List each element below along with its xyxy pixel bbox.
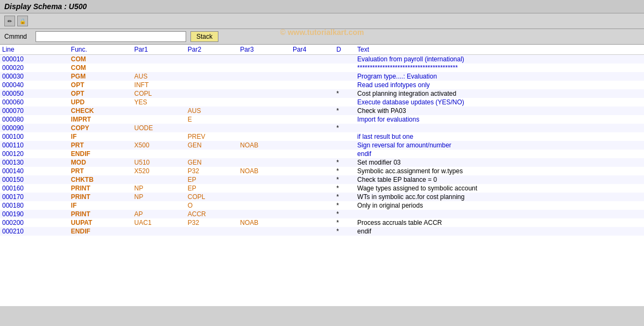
col-header-par2: Par2	[186, 45, 238, 55]
cell-par3	[238, 175, 291, 184]
table-body: 000010COMEvaluation from payroll (intern…	[0, 55, 644, 236]
cell-func: IF	[69, 132, 132, 141]
cell-par4	[291, 158, 334, 167]
cell-text: Only in original periods	[355, 201, 644, 210]
cell-par2: P32	[186, 218, 238, 227]
toolbar: ✏ 🔒 © www.tutorialkart.com	[0, 13, 644, 29]
cell-line: 000030	[0, 72, 69, 81]
table-row: 000040OPTINFTRead used infotypes only	[0, 81, 644, 89]
cell-d: *	[334, 193, 355, 201]
cell-par3	[238, 107, 291, 115]
cell-par4	[291, 132, 334, 141]
cell-text: WTs in symbolic acc.for cost planning	[355, 193, 644, 201]
table-row: 000130MODU510GEN*Set modifier 03	[0, 158, 644, 167]
cell-par2	[186, 72, 238, 81]
cell-par1: UODE	[132, 124, 186, 132]
cell-d	[334, 115, 355, 124]
cell-func: OPT	[69, 81, 132, 89]
cell-d: *	[334, 124, 355, 132]
cell-d: *	[334, 175, 355, 184]
cell-func: PGM	[69, 72, 132, 81]
table-row: 000010COMEvaluation from payroll (intern…	[0, 55, 644, 64]
cell-par4	[291, 72, 334, 81]
cell-par4	[291, 218, 334, 227]
cell-func: COPY	[69, 124, 132, 132]
cell-d: *	[334, 218, 355, 227]
cell-par2: EP	[186, 175, 238, 184]
table-row: 000210ENDIF*endif	[0, 227, 644, 236]
cell-par2	[186, 89, 238, 98]
cell-par1	[132, 63, 186, 72]
cell-line: 000040	[0, 81, 69, 89]
cell-text: if last result but one	[355, 132, 644, 141]
cell-line: 000100	[0, 132, 69, 141]
cell-d	[334, 72, 355, 81]
table-header-row: Line Func. Par1 Par2 Par3 Par4 D Text	[0, 45, 644, 55]
cell-par1	[132, 115, 186, 124]
cell-func: UUPAT	[69, 218, 132, 227]
cell-par4	[291, 210, 334, 218]
table-row: 000160PRINTNPEP*Wage types assigned to s…	[0, 184, 644, 193]
cell-par3	[238, 115, 291, 124]
cell-func: UPD	[69, 98, 132, 107]
cell-d	[334, 141, 355, 150]
cell-par2: O	[186, 201, 238, 210]
cell-par3	[238, 184, 291, 193]
table-row: 000180IFO*Only in original periods	[0, 201, 644, 210]
lock-icon[interactable]: 🔒	[17, 16, 28, 26]
col-header-line: Line	[0, 45, 69, 55]
cell-par1: NP	[132, 184, 186, 193]
cell-text: Symbolic acc.assignment for w.types	[355, 167, 644, 175]
cell-d: *	[334, 167, 355, 175]
cell-par1	[132, 175, 186, 184]
table-row: 000030PGMAUSProgram type....: Evaluation	[0, 72, 644, 81]
cell-line: 000120	[0, 150, 69, 158]
cell-par3	[238, 193, 291, 201]
cell-par2: AUS	[186, 107, 238, 115]
table-row: 000190PRINTAPACCR*	[0, 210, 644, 218]
cell-par3	[238, 98, 291, 107]
cell-line: 000160	[0, 184, 69, 193]
cell-func: COM	[69, 63, 132, 72]
cell-par3	[238, 158, 291, 167]
cell-par1: INFT	[132, 81, 186, 89]
table-row: 000050OPTCOPL*Cost planning integration …	[0, 89, 644, 98]
command-input[interactable]	[36, 31, 186, 42]
pencil-icon[interactable]: ✏	[4, 16, 15, 26]
content-area: Line Func. Par1 Par2 Par3 Par4 D Text 00…	[0, 45, 644, 306]
cell-par1	[132, 107, 186, 115]
cell-par1: X500	[132, 141, 186, 150]
cell-func: ENDIF	[69, 150, 132, 158]
cell-par2	[186, 63, 238, 72]
cell-d: *	[334, 227, 355, 236]
cell-par1: X520	[132, 167, 186, 175]
col-header-par3: Par3	[238, 45, 291, 55]
table-row: 000020COM*******************************…	[0, 63, 644, 72]
cell-func: PRT	[69, 167, 132, 175]
cell-line: 000180	[0, 201, 69, 210]
cell-func: OPT	[69, 89, 132, 98]
cell-par3	[238, 227, 291, 236]
cell-d	[334, 55, 355, 64]
cell-par4	[291, 201, 334, 210]
cell-par4	[291, 141, 334, 150]
cell-par3: NOAB	[238, 141, 291, 150]
cell-par2: GEN	[186, 141, 238, 150]
cell-d	[334, 150, 355, 158]
cell-text: Check with PA03	[355, 107, 644, 115]
cell-d	[334, 81, 355, 89]
cell-text: Cost planning integration activated	[355, 89, 644, 98]
col-header-func: Func.	[69, 45, 132, 55]
col-header-d: D	[334, 45, 355, 55]
stack-button[interactable]: Stack	[190, 31, 218, 42]
cell-par1: NP	[132, 193, 186, 201]
cell-text: endif	[355, 150, 644, 158]
cell-par3	[238, 210, 291, 218]
cell-line: 000070	[0, 107, 69, 115]
cell-par3	[238, 132, 291, 141]
cell-d: *	[334, 107, 355, 115]
cell-par1: COPL	[132, 89, 186, 98]
cell-par4	[291, 150, 334, 158]
cell-line: 000050	[0, 89, 69, 98]
cell-line: 000060	[0, 98, 69, 107]
